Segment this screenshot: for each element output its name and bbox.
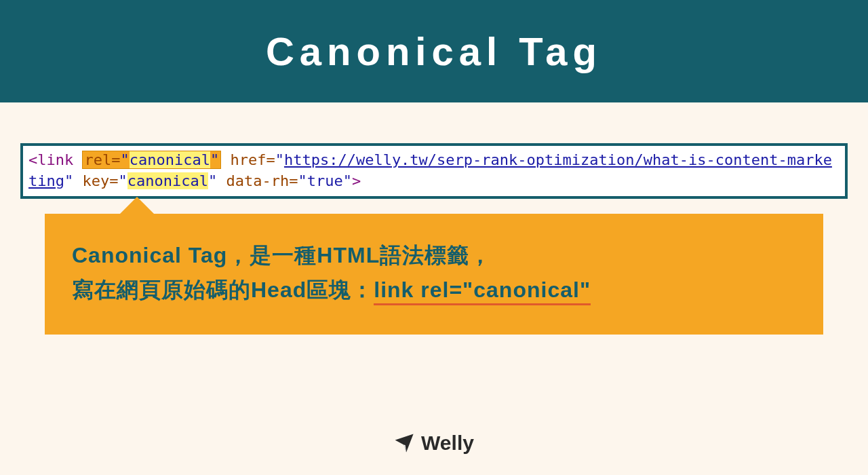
url-part1: https://welly.tw/serp-rank-optimization/… [284, 151, 760, 168]
code-q6: " [208, 172, 217, 189]
callout-line-1: Canonical Tag，是一種HTML語法標籤， [72, 238, 796, 273]
code-q2: " [210, 151, 219, 168]
callout-box: Canonical Tag，是一種HTML語法標籤， 寫在網頁原始碼的Head區… [45, 214, 823, 335]
page-header: Canonical Tag [0, 0, 868, 102]
main-content: <link rel="canonical" href="https://well… [0, 102, 868, 335]
paper-plane-icon [394, 433, 414, 453]
attr-data-rh: data-rh [226, 172, 289, 189]
code-q8: " [343, 172, 352, 189]
code-gt: > [352, 172, 361, 189]
code-q3: " [275, 151, 284, 168]
brand-logo: Welly [394, 432, 474, 455]
callout-pointer [118, 197, 156, 216]
code-eq1: = [111, 151, 120, 168]
canonical-value-1: canonical [130, 151, 210, 168]
code-eq3: = [109, 172, 118, 189]
callout-container: Canonical Tag，是一種HTML語法標籤， 寫在網頁原始碼的Head區… [45, 214, 823, 335]
code-lt: < [28, 151, 37, 168]
code-eq2: = [266, 151, 275, 168]
code-q1: " [120, 151, 129, 168]
canonical-value-2: canonical [127, 172, 208, 189]
code-q4: " [64, 172, 73, 189]
callout-line-2a: 寫在網頁原始碼的Head區塊： [72, 278, 374, 302]
page-title: Canonical Tag [266, 29, 602, 73]
brand-name: Welly [421, 432, 474, 455]
code-q7: " [298, 172, 307, 189]
attr-rel: rel [84, 151, 111, 168]
true-value: true [307, 172, 343, 189]
callout-line-2: 寫在網頁原始碼的Head區塊：link rel="canonical" [72, 273, 796, 307]
attr-href: href [230, 151, 266, 168]
code-q5: " [118, 172, 127, 189]
callout-emphasis: link rel="canonical" [374, 278, 591, 305]
code-eq4: = [289, 172, 298, 189]
attr-key: key [82, 172, 109, 189]
rel-canonical-highlight: rel="canonical" [82, 151, 221, 169]
code-link: link [37, 151, 73, 168]
code-snippet: <link rel="canonical" href="https://well… [20, 143, 848, 199]
